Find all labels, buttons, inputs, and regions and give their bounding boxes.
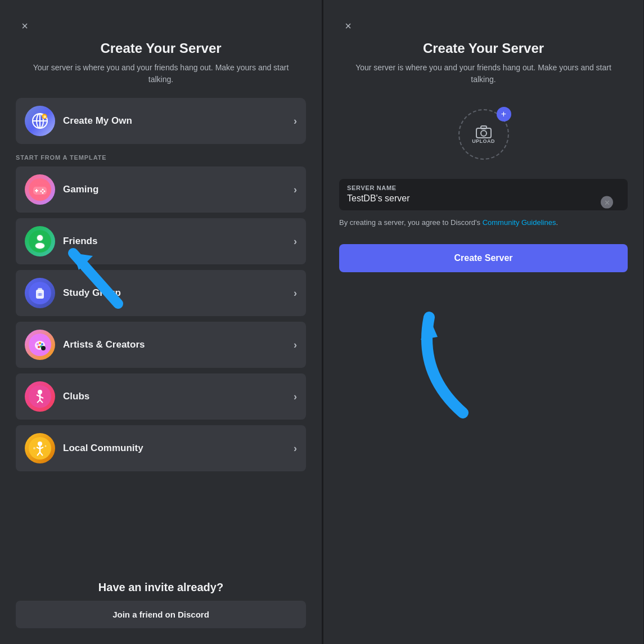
svg-point-33 (38, 390, 42, 394)
create-my-own-item[interactable]: ⚙ Create My Own › (16, 98, 306, 144)
upload-area[interactable]: UPLOAD + (339, 103, 628, 165)
invite-title: Have an invite already? (16, 581, 306, 594)
terms-text: By creating a server, you agree to Disco… (339, 217, 628, 228)
friends-chevron: › (294, 236, 297, 247)
template-item-study[interactable]: Study Group › (16, 270, 306, 316)
svg-point-47 (45, 445, 47, 447)
create-my-own-label: Create My Own (63, 115, 294, 127)
template-item-local[interactable]: Local Community › (16, 425, 306, 471)
artists-icon (25, 330, 55, 360)
svg-point-50 (481, 130, 487, 136)
right-panel-title: Create Your Server (339, 40, 628, 56)
friends-label: Friends (63, 236, 294, 247)
artists-label: Artists & Creators (63, 339, 294, 350)
svg-point-12 (42, 192, 44, 194)
svg-point-46 (33, 447, 35, 449)
svg-rect-9 (35, 190, 38, 191)
svg-point-28 (41, 343, 43, 345)
server-name-label: Server Name (347, 184, 620, 191)
svg-point-18 (35, 243, 44, 249)
invite-section: Have an invite already? Join a friend on… (16, 572, 306, 628)
clear-input-button[interactable]: ✕ (601, 196, 613, 209)
template-section-label: START FROM A TEMPLATE (16, 154, 306, 161)
svg-point-40 (38, 442, 42, 446)
create-my-own-icon: ⚙ (25, 106, 55, 136)
upload-label: UPLOAD (472, 138, 495, 144)
template-item-gaming[interactable]: Gaming › (16, 166, 306, 213)
svg-point-17 (37, 235, 43, 241)
svg-point-27 (39, 342, 41, 344)
study-label: Study Group (63, 287, 294, 299)
gaming-label: Gaming (63, 184, 294, 195)
study-chevron: › (294, 287, 297, 299)
template-item-friends[interactable]: Friends › (16, 218, 306, 264)
clubs-label: Clubs (63, 391, 294, 402)
upload-plus-icon: + (497, 107, 511, 121)
local-label: Local Community (63, 443, 294, 454)
left-panel: × Create Your Server Your server is wher… (0, 0, 322, 644)
template-item-artists[interactable]: Artists & Creators › (16, 322, 306, 368)
svg-marker-52 (421, 317, 438, 340)
gaming-icon (25, 174, 55, 205)
camera-icon (476, 125, 492, 138)
clubs-icon (25, 381, 55, 412)
svg-rect-21 (38, 288, 42, 291)
template-item-clubs[interactable]: Clubs › (16, 373, 306, 420)
left-close-button[interactable]: × (16, 17, 34, 35)
svg-rect-51 (481, 126, 487, 129)
svg-point-11 (44, 191, 46, 192)
server-name-input[interactable] (347, 193, 620, 204)
right-panel-subtitle: Your server is where you and your friend… (339, 62, 628, 85)
right-panel: × Create Your Server Your server is wher… (322, 0, 643, 644)
svg-point-26 (37, 343, 39, 345)
artists-chevron: › (294, 339, 297, 351)
local-chevron: › (294, 443, 297, 454)
join-friend-button[interactable]: Join a friend on Discord (16, 601, 306, 628)
svg-point-13 (40, 191, 42, 192)
upload-circle[interactable]: UPLOAD + (458, 109, 509, 160)
right-close-icon: × (345, 20, 352, 33)
left-panel-subtitle: Your server is where you and your friend… (16, 62, 306, 85)
close-icon: × (21, 20, 28, 33)
community-guidelines-link[interactable]: Community Guidelines (483, 218, 556, 227)
clubs-chevron: › (294, 391, 297, 403)
server-name-group: Server Name ✕ (339, 179, 628, 210)
study-icon (25, 278, 55, 308)
friends-icon (25, 226, 55, 256)
right-close-button[interactable]: × (339, 17, 357, 35)
create-server-button[interactable]: Create Server (339, 244, 628, 272)
svg-point-31 (41, 346, 46, 350)
create-my-own-chevron: › (294, 115, 297, 127)
left-panel-title: Create Your Server (16, 40, 306, 56)
svg-point-10 (42, 189, 44, 191)
local-icon (25, 433, 55, 463)
gaming-chevron: › (294, 184, 297, 196)
svg-point-30 (38, 346, 40, 348)
